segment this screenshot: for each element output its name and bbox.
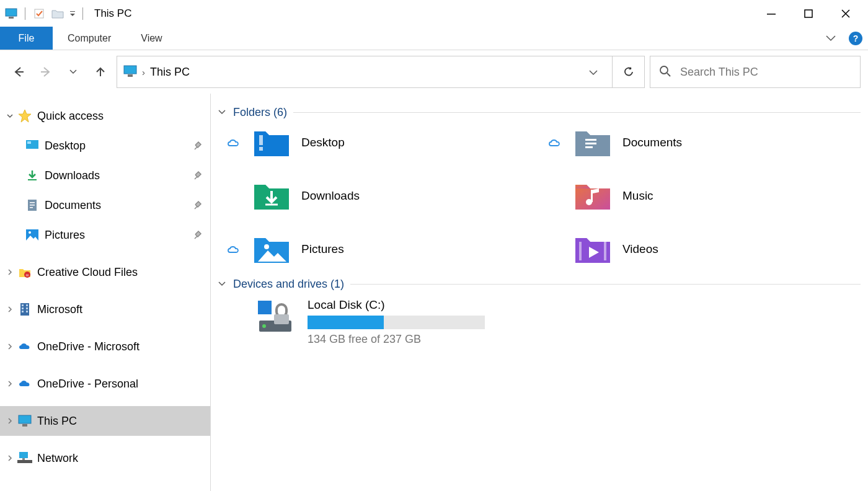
drive-item[interactable]: Local Disk (C:) 134 GB free of 237 GB: [255, 298, 861, 346]
folders-group-header[interactable]: Folders (6): [218, 106, 861, 119]
sidebar-item-creative-cloud[interactable]: ∞ Creative Cloud Files: [0, 257, 210, 287]
address-dropdown[interactable]: [581, 67, 606, 77]
sidebar-item-pictures[interactable]: Pictures: [0, 220, 210, 250]
svg-rect-37: [585, 139, 596, 141]
chevron-right-icon[interactable]: [2, 379, 17, 389]
window-title: This PC: [94, 7, 131, 20]
sidebar-item-label: This PC: [37, 415, 204, 428]
chevron-down-icon[interactable]: [218, 280, 229, 289]
svg-rect-26: [22, 307, 24, 309]
star-icon: [17, 108, 32, 123]
drive-icon: [255, 298, 298, 335]
sidebar-item-desktop[interactable]: Desktop: [0, 131, 210, 161]
qat-dropdown-icon[interactable]: [69, 8, 76, 19]
search-box[interactable]: [650, 56, 861, 88]
qat-properties-icon[interactable]: [32, 6, 46, 21]
sidebar-quick-access[interactable]: Quick access: [0, 101, 210, 131]
chevron-right-icon[interactable]: [2, 304, 17, 314]
sidebar-item-microsoft[interactable]: Microsoft: [0, 294, 210, 324]
svg-line-11: [667, 73, 670, 76]
sidebar: Quick access Desktop Downloads: [0, 94, 211, 491]
folder-label: Downloads: [301, 189, 360, 203]
close-button[interactable]: [827, 0, 864, 27]
chevron-right-icon[interactable]: [2, 267, 17, 277]
folder-label: Desktop: [301, 136, 345, 149]
folder-item[interactable]: Documents: [546, 126, 861, 159]
forward-button[interactable]: [35, 61, 57, 83]
sidebar-item-label: OneDrive - Microsoft: [37, 340, 204, 353]
svg-rect-4: [767, 14, 776, 15]
chevron-down-icon[interactable]: [2, 111, 17, 121]
building-icon: [17, 302, 32, 317]
drives-group-header[interactable]: Devices and drives (1): [218, 278, 861, 291]
sidebar-item-label: Microsoft: [37, 303, 204, 316]
help-button[interactable]: ?: [843, 27, 868, 50]
breadcrumb[interactable]: This PC: [150, 66, 576, 79]
folder-item[interactable]: Videos: [546, 233, 861, 265]
svg-rect-13: [27, 141, 31, 144]
onedrive-icon: [17, 339, 32, 354]
folder-icon: [252, 233, 291, 265]
recent-dropdown[interactable]: [62, 61, 84, 83]
up-button[interactable]: [89, 61, 112, 83]
svg-rect-29: [26, 311, 28, 312]
chevron-right-icon[interactable]: [2, 416, 17, 426]
svg-rect-45: [604, 242, 606, 260]
back-button[interactable]: [7, 61, 30, 83]
folder-item[interactable]: Downloads: [224, 180, 539, 212]
svg-rect-54: [274, 314, 289, 324]
sidebar-item-label: Pictures: [45, 229, 192, 242]
folder-item[interactable]: Desktop: [224, 126, 539, 159]
pin-icon: [192, 199, 204, 212]
svg-point-52: [262, 324, 266, 328]
minimize-button[interactable]: [753, 0, 790, 27]
sidebar-item-network[interactable]: Network: [0, 443, 210, 473]
qat-folder-icon[interactable]: [50, 6, 65, 21]
sidebar-item-documents[interactable]: Documents: [0, 190, 210, 220]
tab-computer[interactable]: Computer: [53, 27, 126, 50]
network-icon: [17, 451, 32, 466]
creative-cloud-icon: ∞: [17, 265, 32, 280]
documents-icon: [25, 198, 40, 213]
sidebar-item-onedrive-ms[interactable]: OneDrive - Microsoft: [0, 332, 210, 361]
folder-label: Music: [622, 189, 653, 203]
svg-rect-1: [9, 17, 14, 19]
folder-icon: [573, 180, 613, 212]
sidebar-item-label: Quick access: [37, 110, 204, 123]
folder-icon: [252, 126, 291, 159]
svg-point-10: [660, 66, 668, 74]
downloads-icon: [25, 168, 40, 183]
sidebar-item-this-pc[interactable]: This PC: [0, 406, 210, 436]
search-icon: [659, 65, 671, 79]
refresh-button[interactable]: [613, 56, 645, 88]
svg-rect-49: [258, 308, 264, 314]
sidebar-item-label: Desktop: [45, 139, 192, 153]
address-bar[interactable]: › This PC: [117, 56, 613, 88]
tab-view[interactable]: View: [126, 27, 177, 50]
svg-rect-32: [19, 452, 28, 458]
pictures-icon: [25, 228, 40, 242]
svg-rect-44: [579, 242, 582, 260]
ribbon-collapse-button[interactable]: [818, 27, 843, 50]
drive-usage-bar: [308, 316, 485, 329]
pin-icon: [192, 139, 204, 153]
sidebar-item-onedrive-personal[interactable]: OneDrive - Personal: [0, 369, 210, 399]
svg-rect-34: [22, 458, 25, 460]
chevron-right-icon[interactable]: [2, 453, 17, 463]
onedrive-icon: [17, 376, 32, 391]
folder-item[interactable]: Music: [546, 180, 861, 212]
desktop-icon: [25, 138, 40, 153]
chevron-down-icon[interactable]: [218, 108, 229, 117]
cloud-icon: [224, 244, 242, 254]
chevron-right-icon[interactable]: [2, 342, 17, 352]
main-content: Folders (6) Desktop Documents Downloads …: [211, 94, 868, 491]
svg-rect-35: [259, 135, 263, 145]
maximize-button[interactable]: [790, 0, 827, 27]
file-tab[interactable]: File: [0, 27, 53, 50]
search-input[interactable]: [680, 66, 851, 79]
svg-rect-39: [585, 146, 593, 148]
folder-item[interactable]: Pictures: [224, 233, 539, 265]
svg-rect-0: [6, 9, 17, 16]
svg-rect-3: [70, 11, 75, 12]
sidebar-item-downloads[interactable]: Downloads: [0, 161, 210, 190]
